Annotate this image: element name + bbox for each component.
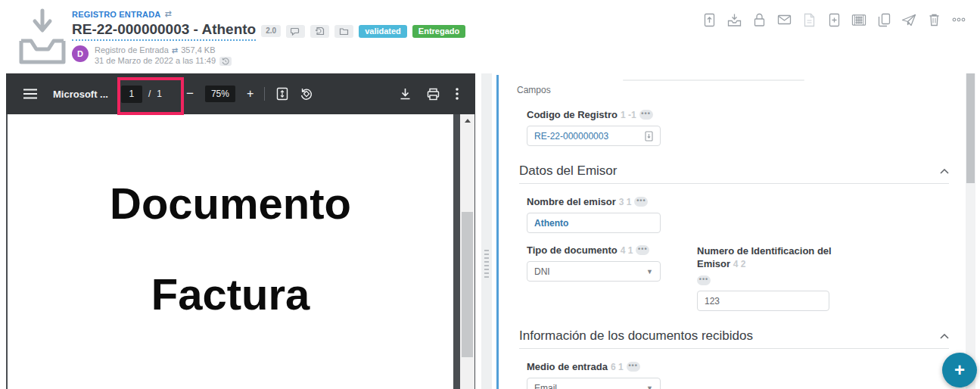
- pdf-zoom-level[interactable]: 75%: [205, 86, 235, 102]
- app-header: REGISTRO ENTRADA ⇄ RE-22-000000003 - Ath…: [0, 0, 980, 73]
- document-text-line-2: Factura: [8, 269, 453, 319]
- avatar[interactable]: D: [72, 45, 89, 62]
- rotate-icon[interactable]: [300, 87, 313, 101]
- nombre-input[interactable]: Athento: [527, 213, 661, 233]
- numero-options-icon[interactable]: •••: [697, 275, 711, 285]
- restore-version-icon[interactable]: [310, 25, 329, 38]
- dropdown-caret-icon: ▼: [646, 384, 653, 389]
- document-text-line-1: Documento: [8, 178, 453, 229]
- pdf-document-title: Microsoft ...: [53, 89, 108, 100]
- comments-icon[interactable]: [286, 25, 305, 38]
- section-header-datos-del-emisor[interactable]: Datos del Emisor: [519, 163, 949, 179]
- form-scrollbar-thumb[interactable]: [966, 73, 975, 183]
- codigo-value: RE-22-000000003: [534, 131, 645, 142]
- breadcrumb: REGISTRO ENTRADA ⇄: [72, 9, 465, 19]
- history-icon[interactable]: [219, 57, 232, 66]
- copy-document-icon[interactable]: [876, 12, 891, 27]
- pdf-menu-icon[interactable]: [23, 86, 38, 101]
- status-badge-entregado[interactable]: Entregado: [412, 25, 465, 38]
- codigo-indices: 1 -1: [621, 110, 636, 120]
- email-icon[interactable]: [776, 12, 792, 27]
- pdf-more-icon[interactable]: [456, 88, 459, 100]
- pdf-toolbar-divider: [264, 87, 265, 101]
- abacus-icon[interactable]: [851, 12, 866, 27]
- nombre-label: Nombre del emisor: [527, 196, 616, 207]
- chevron-up-icon[interactable]: [940, 334, 949, 339]
- tipo-label: Tipo de documento: [527, 244, 618, 256]
- pdf-page-total: 1: [157, 89, 162, 99]
- medio-label: Medio de entrada: [527, 361, 608, 372]
- nombre-indices: 3 1: [619, 197, 632, 207]
- section-title: Datos del Emisor: [519, 163, 617, 179]
- send-icon[interactable]: [901, 12, 916, 27]
- upload-document-icon[interactable]: [702, 12, 717, 27]
- tipo-dropdown[interactable]: DNI ▼: [527, 261, 661, 282]
- numero-indices: 4 2: [733, 259, 746, 269]
- tipo-value: DNI: [534, 266, 646, 277]
- doc-type-label: Registro de Entrada: [95, 45, 169, 55]
- form-scrollbar[interactable]: [966, 73, 975, 389]
- medio-dropdown[interactable]: Email ▼: [527, 378, 661, 389]
- dropdown-caret-icon: ▼: [646, 268, 653, 275]
- page-title[interactable]: RE-22-000000003 - Athento: [72, 21, 256, 41]
- pdf-viewer-panel: Microsoft ... 1 / 1 − 75% +: [6, 73, 475, 389]
- title-row: RE-22-000000003 - Athento 2.0 validated …: [72, 21, 465, 41]
- fit-page-icon[interactable]: [276, 87, 288, 101]
- folder-icon[interactable]: [334, 25, 353, 38]
- pdf-content: Documento Factura: [6, 114, 475, 389]
- codigo-input[interactable]: RE-22-000000003: [527, 126, 661, 146]
- pdf-toolbar: Microsoft ... 1 / 1 − 75% +: [6, 73, 475, 114]
- section-header-informacion-documentos[interactable]: Información de los documentos recibidos: [519, 328, 949, 344]
- meta-lines: Registro de Entrada ⇄ 357,4 KB 31 de Mar…: [95, 45, 232, 66]
- panel-splitter[interactable]: [481, 73, 492, 389]
- codigo-label: Codigo de Registro: [527, 109, 618, 120]
- file-size: 357,4 KB: [181, 45, 215, 55]
- medio-options-icon[interactable]: •••: [627, 362, 640, 372]
- section-divider: [519, 183, 949, 184]
- tipo-indices: 4 1: [621, 245, 633, 256]
- numero-value: 123: [705, 296, 822, 307]
- pdf-preview-icon[interactable]: [801, 12, 817, 27]
- meta-row: D Registro de Entrada ⇄ 357,4 KB 31 de M…: [72, 45, 465, 66]
- more-options-icon[interactable]: [951, 12, 966, 27]
- chevron-up-icon[interactable]: [940, 169, 949, 174]
- pdf-zoom-out-button[interactable]: −: [186, 86, 194, 101]
- pdf-page-input[interactable]: 1: [121, 86, 142, 103]
- lock-icon[interactable]: [751, 12, 767, 27]
- field-tipo-de-documento: Tipo de documento 4 1 ••• DNI ▼: [527, 244, 669, 311]
- field-row: Tipo de documento 4 1 ••• DNI ▼ Numero d…: [527, 244, 966, 311]
- splitter-grip-icon: [484, 250, 489, 280]
- download-document-icon[interactable]: [726, 12, 742, 27]
- add-document-icon[interactable]: [826, 12, 842, 27]
- field-medio-de-entrada: Medio de entrada 6 1 ••• Email ▼: [527, 361, 966, 389]
- pdf-download-icon[interactable]: [400, 88, 411, 100]
- breadcrumb-link[interactable]: REGISTRO ENTRADA: [72, 10, 160, 19]
- campos-label: Campos: [517, 85, 966, 95]
- version-badge[interactable]: 2.0: [261, 25, 281, 37]
- nombre-options-icon[interactable]: •••: [634, 197, 648, 207]
- swap-doctype-icon[interactable]: ⇄: [164, 9, 171, 19]
- creation-date: 31 de Marzo de 2022 a las 11:49: [95, 56, 216, 66]
- tipo-options-icon[interactable]: •••: [636, 245, 649, 255]
- scroll-up-icon[interactable]: [460, 114, 474, 126]
- numero-label: Numero de Identificacion del Emisor: [697, 245, 832, 269]
- scroll-shadow: [623, 79, 804, 81]
- metadata-form-panel: Campos Codigo de Registro 1 -1 ••• RE-22…: [496, 75, 966, 389]
- add-fab-button[interactable]: +: [942, 353, 977, 387]
- pdf-zoom-in-button[interactable]: +: [247, 87, 254, 101]
- codigo-options-icon[interactable]: •••: [639, 110, 653, 120]
- medio-indices: 6 1: [611, 362, 624, 372]
- pdf-print-icon[interactable]: [427, 88, 440, 101]
- swap-icon-small[interactable]: ⇄: [172, 45, 178, 55]
- header-toolbar: [702, 12, 966, 27]
- status-badge-validated[interactable]: validated: [359, 25, 407, 38]
- pdf-scrollbar-thumb[interactable]: [462, 212, 473, 357]
- field-codigo-de-registro: Codigo de Registro 1 -1 ••• RE-22-000000…: [527, 109, 966, 146]
- pdf-toolbar-right: [400, 88, 459, 101]
- numero-input[interactable]: 123: [697, 291, 829, 311]
- pdf-scrollbar[interactable]: [460, 114, 474, 389]
- medio-value: Email: [534, 383, 646, 389]
- header-main: REGISTRO ENTRADA ⇄ RE-22-000000003 - Ath…: [72, 9, 465, 66]
- delete-icon[interactable]: [926, 12, 941, 27]
- field-nombre-del-emisor: Nombre del emisor 3 1 ••• Athento: [527, 196, 966, 233]
